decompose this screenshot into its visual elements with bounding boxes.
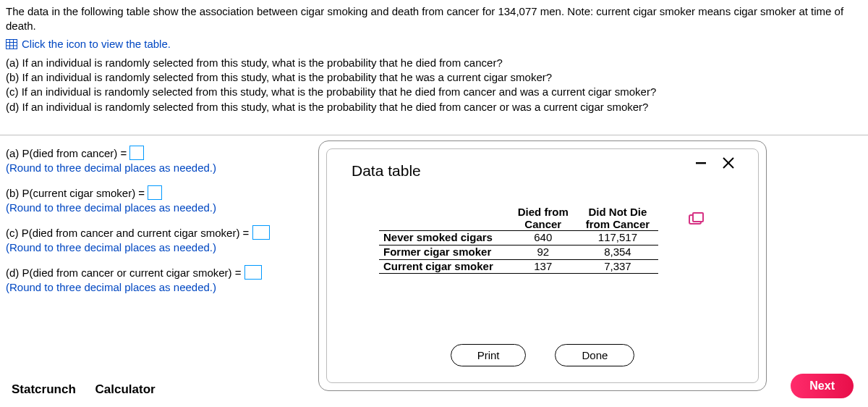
answer-c-input[interactable] — [252, 225, 270, 240]
row0-died: 640 — [509, 231, 577, 246]
part-a-text: (a) If an individual is randomly selecte… — [6, 56, 862, 70]
row1-died: 92 — [509, 245, 577, 259]
answer-a-label: (a) P(died from cancer) = — [6, 147, 129, 159]
answer-d-label: (d) P(died from cancer or current cigar … — [6, 267, 244, 279]
done-button[interactable]: Done — [555, 344, 634, 366]
table-row: Never smoked cigars 640 117,517 — [379, 231, 658, 246]
answer-b-input[interactable] — [148, 185, 162, 200]
close-icon[interactable] — [722, 156, 735, 169]
col2-header-l1: Did Not Die — [589, 206, 647, 218]
data-table: Died fromCancer Did Not Diefrom Cancer N… — [379, 206, 658, 274]
svg-rect-0 — [7, 39, 17, 49]
modal-inner: Data table Died fromCancer Did Not Diefr… — [326, 148, 759, 383]
data-table-modal: Data table Died fromCancer Did Not Diefr… — [318, 140, 767, 391]
svg-rect-5 — [696, 162, 706, 164]
next-button[interactable]: Next — [791, 374, 854, 398]
row2-notdied: 7,337 — [577, 259, 658, 274]
view-table-link[interactable]: Click the icon to view the table. — [6, 37, 171, 51]
row1-notdied: 8,354 — [577, 245, 658, 259]
part-b-text: (b) If an individual is randomly selecte… — [6, 70, 862, 85]
view-table-label: Click the icon to view the table. — [22, 37, 171, 51]
row1-label: Former cigar smoker — [379, 245, 509, 259]
minimize-icon[interactable] — [696, 161, 707, 164]
table-row: Former cigar smoker 92 8,354 — [379, 245, 658, 259]
answer-d-input[interactable] — [244, 265, 262, 280]
row2-died: 137 — [509, 259, 577, 274]
part-d-text: (d) If an individual is randomly selecte… — [6, 100, 862, 114]
col1-header-l2: Cancer — [524, 218, 561, 230]
col1-header-l1: Died from — [518, 206, 569, 218]
answer-c-label: (c) P(died from cancer and current cigar… — [6, 227, 252, 239]
modal-title: Data table — [352, 162, 421, 180]
row2-label: Current cigar smoker — [379, 259, 509, 274]
table-row: Current cigar smoker 137 7,337 — [379, 259, 658, 274]
row0-label: Never smoked cigars — [379, 231, 509, 246]
table-icon — [6, 39, 17, 49]
print-button[interactable]: Print — [451, 344, 527, 366]
calculator-tool[interactable]: Calculator — [95, 382, 156, 396]
row0-notdied: 117,517 — [577, 231, 658, 246]
answer-a-input[interactable] — [129, 146, 144, 160]
answer-b-label: (b) P(current cigar smoker) = — [6, 187, 148, 199]
statcrunch-tool[interactable]: Statcrunch — [12, 382, 76, 396]
copy-table-icon[interactable] — [689, 214, 702, 225]
col2-header-l2: from Cancer — [586, 218, 650, 230]
problem-intro: The data in the following table show the… — [6, 4, 862, 34]
part-c-text: (c) If an individual is randomly selecte… — [6, 85, 862, 99]
